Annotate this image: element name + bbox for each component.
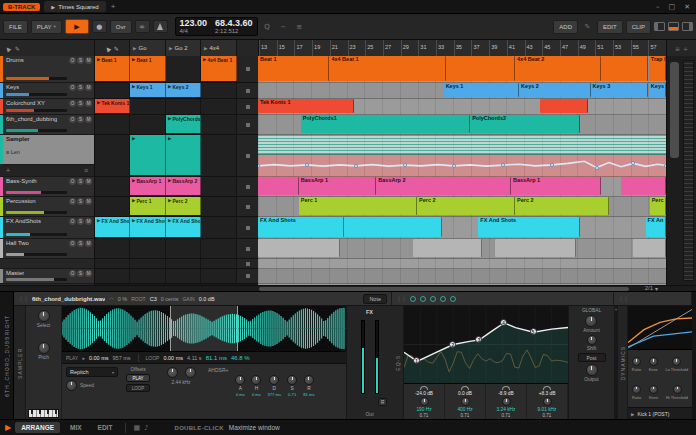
loop-region-handle[interactable] — [170, 306, 238, 351]
timeline-ruler[interactable]: 1315171921232527293133353739414345474951… — [258, 40, 666, 56]
arranger-clip-perc-1[interactable]: Perc 1 — [650, 197, 666, 215]
arranger-clip[interactable] — [601, 56, 648, 81]
arranger-lane[interactable]: Perc 1Perc 2Perc 2Perc 1 — [258, 197, 666, 217]
track-m-button[interactable]: M — [85, 84, 92, 91]
position-display[interactable]: 68.4.3.60 — [215, 19, 253, 28]
eq-rail-label[interactable]: EQ-5 — [395, 355, 401, 371]
sampler-rail-label[interactable]: SAMPLER — [17, 348, 23, 379]
empty-clip-slot[interactable] — [201, 135, 237, 176]
ruler-tick[interactable]: 53 — [613, 40, 631, 56]
speed-knob[interactable] — [66, 380, 77, 391]
arranger-lane[interactable]: Beat 14x4 Beat 14x4 Beat 2Trap Ba — [258, 56, 666, 83]
env-knob-value[interactable]: 377 ms — [267, 392, 281, 397]
play-length-value[interactable]: 957 ms — [113, 355, 131, 361]
launcher-clip-fx-and-shot[interactable]: ▶FX And Shot — [95, 217, 130, 237]
track-m-button[interactable]: M — [85, 198, 92, 205]
empty-clip-slot[interactable] — [166, 99, 201, 114]
band-freq-knob[interactable] — [420, 397, 429, 406]
arranger-clip-4x4-beat-1[interactable]: 4x4 Beat 1 — [329, 56, 445, 81]
view-tab-edit[interactable]: EDIT — [92, 422, 119, 433]
eq-band2-power[interactable] — [420, 296, 426, 302]
arranger-clip-trap-ba[interactable]: Trap Ba — [649, 56, 666, 81]
track-o-button[interactable]: O — [69, 84, 76, 91]
empty-clip-slot[interactable] — [201, 197, 237, 216]
band-freq-value[interactable]: 3.24 kHz — [497, 407, 516, 412]
automation-lane[interactable] — [258, 155, 666, 177]
eq-band5-power[interactable] — [450, 296, 456, 302]
launcher-clip-bassarp-2[interactable]: ▶BassArp 2 — [166, 177, 201, 195]
new-project-tab-button[interactable]: + — [111, 2, 116, 11]
launcher-clip-beat-1[interactable]: ▶Beat 1 — [130, 56, 166, 81]
stop-clip-button[interactable] — [237, 239, 258, 258]
metronome-toggle-icon[interactable] — [153, 20, 168, 33]
device-drag-handle[interactable]: ⋮⋮ — [18, 295, 28, 302]
arranger-clip-beat-1[interactable]: Beat 1 — [258, 56, 329, 81]
note-fx-button[interactable]: Note — [363, 294, 387, 304]
env-r-knob[interactable] — [304, 375, 314, 385]
arranger-clip-fx-and-shots[interactable]: FX And Shots — [478, 217, 580, 237]
band-q-value[interactable]: 0.71 — [461, 413, 470, 418]
automation-point[interactable] — [631, 161, 635, 165]
launcher-clip-perc-1[interactable]: ▶Perc 1 — [130, 197, 166, 215]
ruler-tick[interactable]: 45 — [542, 40, 560, 56]
track-s-button[interactable]: S — [77, 178, 84, 185]
band-q-value[interactable]: 0.71 — [543, 413, 552, 418]
empty-clip-slot[interactable] — [201, 269, 237, 283]
arranger-clip-perc-2[interactable]: Perc 2 — [515, 197, 609, 215]
ruler-tick[interactable]: 57 — [648, 40, 666, 56]
band-freq-knob[interactable] — [461, 397, 470, 406]
empty-clip-slot[interactable] — [95, 197, 130, 216]
ruler-tick[interactable]: 29 — [401, 40, 419, 56]
track-o-button[interactable]: O — [69, 100, 76, 107]
track-header-percussion[interactable]: PercussionOSM — [0, 197, 94, 217]
empty-clip-slot[interactable] — [130, 269, 166, 283]
ruler-tick[interactable]: 33 — [436, 40, 454, 56]
scene-header-go-2[interactable]: ▶Go 2 — [166, 40, 201, 56]
ruler-tick[interactable]: 55 — [631, 40, 649, 56]
empty-clip-slot[interactable] — [201, 217, 237, 238]
stop-all-column[interactable] — [237, 40, 258, 56]
clip-play-icon[interactable]: ▶ — [97, 100, 100, 105]
eq-node-2[interactable]: 2 — [449, 341, 456, 348]
eq-node-1[interactable]: 1 — [413, 357, 420, 364]
routing-button[interactable]: R — [378, 398, 387, 406]
arranger-lane[interactable] — [258, 269, 666, 284]
ruler-tick[interactable]: 49 — [578, 40, 596, 56]
edit-menu-button[interactable]: EDIT — [597, 20, 623, 34]
band-freq-knob[interactable] — [543, 397, 552, 406]
ruler-tick[interactable]: 17 — [294, 40, 312, 56]
maximize-button[interactable]: □ — [669, 3, 676, 11]
empty-clip-slot[interactable] — [201, 259, 237, 268]
arranger-lane[interactable] — [258, 259, 666, 269]
arranger-clip-bassarp-2[interactable]: BassArp 2 — [376, 177, 511, 195]
arranger-clip-bassarp-1[interactable]: BassArp 1 — [299, 177, 377, 195]
ruler-tick[interactable]: 13 — [259, 40, 277, 56]
stop-clip-button[interactable] — [237, 217, 258, 238]
offset-amount-knob[interactable] — [167, 367, 178, 378]
ruler-tick[interactable]: 15 — [277, 40, 295, 56]
select-knob[interactable] — [38, 310, 50, 322]
vertical-zoom-strip[interactable] — [683, 60, 694, 281]
stop-clip-button[interactable] — [237, 115, 258, 134]
track-header-hall-two[interactable]: Hall TwoOSM — [0, 239, 94, 259]
fx-send-fader[interactable] — [361, 320, 365, 394]
arranger-clip-polychords1[interactable]: PolyChords1 — [301, 115, 470, 133]
empty-clip-slot[interactable] — [95, 115, 130, 134]
layer-header-sampler[interactable]: Sampler≡ Len — [0, 135, 94, 165]
scene-header-4x4[interactable]: ▶4x4 — [201, 40, 237, 56]
ruler-tick[interactable]: 35 — [454, 40, 472, 56]
device-panel-rail[interactable]: 6TH_CHORD_DUBBRIGHT — [0, 292, 14, 420]
track-s-button[interactable]: S — [77, 84, 84, 91]
ruler-tick[interactable]: 25 — [365, 40, 383, 56]
launcher-clip-fx-and-shot[interactable]: ▶FX And Shot — [166, 217, 201, 237]
close-button[interactable]: ✕ — [684, 3, 690, 11]
empty-clip-slot[interactable] — [95, 83, 130, 98]
dyn-ratio-knob[interactable] — [632, 385, 641, 394]
empty-clip-slot[interactable] — [166, 269, 201, 283]
loop-length-value[interactable]: 4.11 s — [187, 355, 202, 361]
empty-clip-slot[interactable] — [95, 239, 130, 258]
track-header-keys[interactable]: KeysOSM — [0, 83, 94, 99]
root-note-value[interactable]: C3 — [150, 296, 157, 302]
clip-play-icon[interactable]: ▶ — [168, 198, 171, 203]
eq-node-3[interactable]: 3 — [475, 336, 482, 343]
